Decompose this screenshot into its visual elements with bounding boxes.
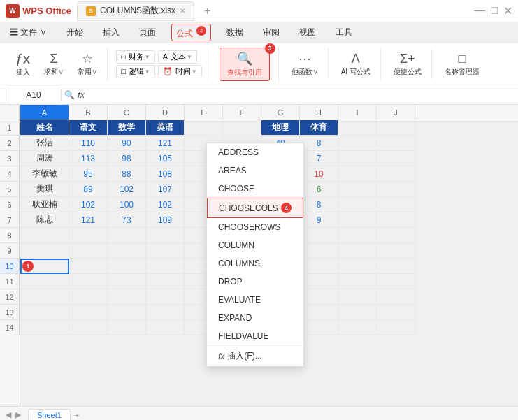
cell-c5[interactable]: 102: [108, 182, 146, 197]
insert-fn-button[interactable]: ƒx 插入: [11, 50, 34, 79]
cell-i3[interactable]: [338, 151, 377, 166]
cell-a5[interactable]: 樊琪: [20, 182, 69, 197]
cell-i2[interactable]: [338, 136, 377, 151]
col-header-f[interactable]: F: [223, 105, 261, 120]
cell-b4[interactable]: 95: [69, 166, 108, 182]
menu-page[interactable]: 页面: [135, 25, 160, 40]
cell-c8[interactable]: [108, 228, 146, 243]
cell-h7[interactable]: 9: [300, 212, 338, 228]
dropdown-item-choosecols[interactable]: CHOOSECOLS 4: [207, 198, 303, 218]
add-sheet-button[interactable]: +: [75, 411, 79, 419]
sum-button[interactable]: Σ 求和∨: [40, 50, 68, 78]
cell-h2[interactable]: 8: [300, 136, 338, 151]
col-header-e[interactable]: E: [185, 105, 223, 120]
dropdown-item-expand[interactable]: EXPAND: [207, 309, 303, 327]
dropdown-item-column[interactable]: COLUMN: [207, 236, 303, 254]
cell-j6[interactable]: [377, 197, 415, 212]
menu-view[interactable]: 视图: [295, 25, 320, 40]
menu-review[interactable]: 审阅: [259, 25, 284, 40]
cell-j5[interactable]: [377, 182, 415, 197]
cell-c2[interactable]: 90: [108, 136, 146, 151]
cell-b5[interactable]: 89: [69, 182, 108, 197]
menu-tools[interactable]: 工具: [331, 25, 357, 40]
cell-d10[interactable]: [146, 259, 185, 274]
cell-c6[interactable]: 100: [108, 197, 146, 212]
dropdown-item-evaluate[interactable]: EVALUATE: [207, 291, 303, 309]
cell-a4[interactable]: 李敏敏: [20, 166, 69, 182]
lookup-button[interactable]: 🔍 查找与引用: [220, 48, 270, 81]
logic-dropdown[interactable]: □ 逻辑 ▼: [116, 65, 155, 78]
cell-d1[interactable]: 英语: [146, 120, 185, 136]
cell-a7[interactable]: 陈志: [20, 212, 69, 228]
col-header-i[interactable]: I: [338, 105, 377, 120]
more-fns-button[interactable]: ⋯ 他函数∨: [287, 50, 322, 78]
cell-j1[interactable]: [377, 120, 415, 136]
dropdown-item-insert-fn[interactable]: fx 插入(F)...: [207, 345, 303, 366]
cell-b9[interactable]: [69, 243, 108, 259]
cell-j4[interactable]: [377, 166, 415, 182]
tab-close-icon[interactable]: ✕: [180, 7, 185, 15]
cell-i8[interactable]: [338, 228, 377, 243]
menu-insert[interactable]: 插入: [99, 25, 124, 40]
common-button[interactable]: ☆ 常用∨: [73, 50, 101, 78]
cell-i9[interactable]: [338, 243, 377, 259]
cell-h8[interactable]: [300, 228, 338, 243]
finance-dropdown[interactable]: □ 财务 ▼: [116, 50, 155, 64]
cell-a13[interactable]: [20, 305, 69, 320]
cell-i6[interactable]: [338, 197, 377, 212]
dropdown-item-address[interactable]: ADDRESS: [207, 143, 303, 161]
cell-i1[interactable]: [338, 120, 377, 136]
cell-a1[interactable]: 姓名: [20, 120, 69, 136]
cell-g1[interactable]: 地理: [261, 120, 300, 136]
cell-d2[interactable]: 121: [146, 136, 185, 151]
minimize-button[interactable]: —: [474, 4, 485, 17]
cell-a8[interactable]: [20, 228, 69, 243]
sheet-nav-right[interactable]: ▶: [15, 410, 21, 419]
col-header-j[interactable]: J: [377, 105, 415, 120]
cell-h10[interactable]: [300, 259, 338, 274]
cell-d3[interactable]: 105: [146, 151, 185, 166]
dropdown-item-drop[interactable]: DROP: [207, 273, 303, 291]
cell-a3[interactable]: 周涛: [20, 151, 69, 166]
cell-i5[interactable]: [338, 182, 377, 197]
cell-a6[interactable]: 耿亚楠: [20, 197, 69, 212]
menu-data[interactable]: 数据: [222, 25, 247, 40]
cell-d6[interactable]: 102: [146, 197, 185, 212]
dropdown-item-choose[interactable]: CHOOSE: [207, 180, 303, 198]
cell-j7[interactable]: [377, 212, 415, 228]
cell-c7[interactable]: 73: [108, 212, 146, 228]
cell-f1[interactable]: [223, 120, 261, 136]
cell-a12[interactable]: [20, 289, 69, 305]
cell-c3[interactable]: 98: [108, 151, 146, 166]
time-dropdown[interactable]: ⏰ 时间 ▼: [158, 65, 202, 78]
col-header-a[interactable]: A: [20, 105, 69, 120]
add-tab-button[interactable]: +: [200, 5, 215, 17]
cell-d8[interactable]: [146, 228, 185, 243]
dropdown-item-columns[interactable]: COLUMNS: [207, 254, 303, 273]
cell-a14[interactable]: [20, 320, 69, 335]
cell-c4[interactable]: 88: [108, 166, 146, 182]
cell-a10[interactable]: 1: [20, 259, 69, 274]
cell-a11[interactable]: [20, 274, 69, 289]
col-header-b[interactable]: B: [69, 105, 108, 120]
close-button[interactable]: ✕: [503, 4, 512, 17]
cell-i10[interactable]: [338, 259, 377, 274]
cell-d5[interactable]: 107: [146, 182, 185, 197]
cell-j8[interactable]: [377, 228, 415, 243]
cell-d7[interactable]: 109: [146, 212, 185, 228]
sheet-tab-1[interactable]: Sheet1: [28, 409, 71, 420]
menu-start[interactable]: 开始: [62, 25, 87, 40]
col-header-h[interactable]: H: [300, 105, 338, 120]
col-header-d[interactable]: D: [146, 105, 185, 120]
cell-b2[interactable]: 110: [69, 136, 108, 151]
cell-h5[interactable]: 6: [300, 182, 338, 197]
maximize-button[interactable]: □: [491, 4, 498, 17]
cell-b1[interactable]: 语文: [69, 120, 108, 136]
cell-b7[interactable]: 121: [69, 212, 108, 228]
cell-d9[interactable]: [146, 243, 185, 259]
cell-j3[interactable]: [377, 151, 415, 166]
cell-e1[interactable]: [185, 120, 223, 136]
cell-i7[interactable]: [338, 212, 377, 228]
cell-j10[interactable]: [377, 259, 415, 274]
dropdown-item-chooserows[interactable]: CHOOSEROWS: [207, 218, 303, 236]
